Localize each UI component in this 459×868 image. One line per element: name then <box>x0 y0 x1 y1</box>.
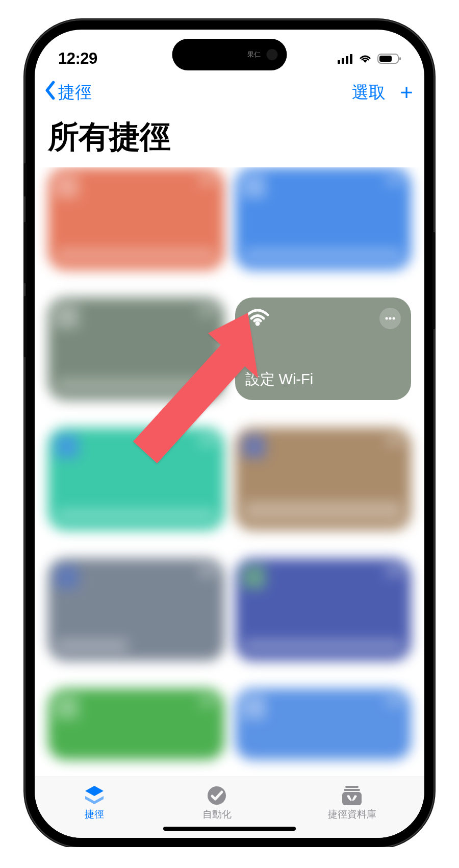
dynamic-island: 果仁 <box>172 39 287 70</box>
wifi-icon <box>245 308 270 330</box>
gallery-icon <box>340 785 364 806</box>
wifi-status-icon <box>358 53 373 64</box>
add-button[interactable]: + <box>400 81 413 104</box>
shortcut-card[interactable] <box>48 558 224 661</box>
shortcuts-icon <box>83 785 106 806</box>
back-label: 捷徑 <box>58 81 92 104</box>
svg-rect-6 <box>399 57 401 60</box>
battery-icon <box>377 53 401 64</box>
shortcut-card-wifi[interactable]: 設定 Wi-Fi <box>235 297 412 400</box>
shortcut-card[interactable] <box>48 297 224 400</box>
svg-rect-15 <box>342 792 362 805</box>
svg-rect-3 <box>350 54 352 64</box>
cellular-icon <box>338 54 353 64</box>
svg-rect-1 <box>342 58 344 64</box>
tab-shortcuts[interactable]: 捷徑 <box>83 785 106 821</box>
more-button[interactable] <box>379 308 401 329</box>
screen: 果仁 12:29 捷 <box>35 30 424 838</box>
svg-rect-2 <box>346 56 348 64</box>
clock-check-icon <box>205 785 228 806</box>
shortcut-card[interactable] <box>235 167 412 270</box>
volume-up-button <box>23 222 27 283</box>
chevron-left-icon <box>44 81 57 104</box>
status-icons <box>338 53 401 64</box>
volume-down-button <box>23 296 27 357</box>
shortcuts-grid: 設定 Wi-Fi <box>35 167 424 777</box>
svg-rect-0 <box>338 60 340 64</box>
shortcut-label: 設定 Wi-Fi <box>245 369 401 390</box>
tab-label: 捷徑資料庫 <box>328 808 376 821</box>
home-indicator[interactable] <box>163 827 296 831</box>
shortcut-card[interactable] <box>235 428 412 530</box>
power-button <box>432 232 436 329</box>
svg-point-12 <box>208 786 226 805</box>
svg-point-10 <box>393 317 395 320</box>
shortcut-card[interactable] <box>48 428 224 530</box>
shortcut-card[interactable] <box>48 688 224 760</box>
back-button[interactable]: 捷徑 <box>44 81 92 104</box>
status-time: 12:29 <box>58 49 97 68</box>
select-button[interactable]: 選取 <box>352 81 386 104</box>
svg-rect-13 <box>345 786 359 788</box>
tab-label: 自動化 <box>202 808 232 821</box>
navigation-bar: 捷徑 選取 + <box>35 78 424 106</box>
svg-rect-14 <box>344 789 360 791</box>
tab-automation[interactable]: 自動化 <box>202 785 232 821</box>
phone-frame: 果仁 12:29 捷 <box>26 20 434 847</box>
svg-point-7 <box>255 321 260 326</box>
shortcut-card[interactable] <box>235 558 412 661</box>
svg-point-9 <box>389 317 392 320</box>
shortcut-card[interactable] <box>235 688 412 760</box>
svg-rect-5 <box>379 56 392 62</box>
side-button <box>23 163 27 196</box>
page-title: 所有捷徑 <box>35 106 424 167</box>
tab-label: 捷徑 <box>85 808 104 821</box>
tab-gallery[interactable]: 捷徑資料庫 <box>328 785 376 821</box>
svg-point-8 <box>386 317 388 320</box>
shortcut-card[interactable] <box>48 167 224 270</box>
